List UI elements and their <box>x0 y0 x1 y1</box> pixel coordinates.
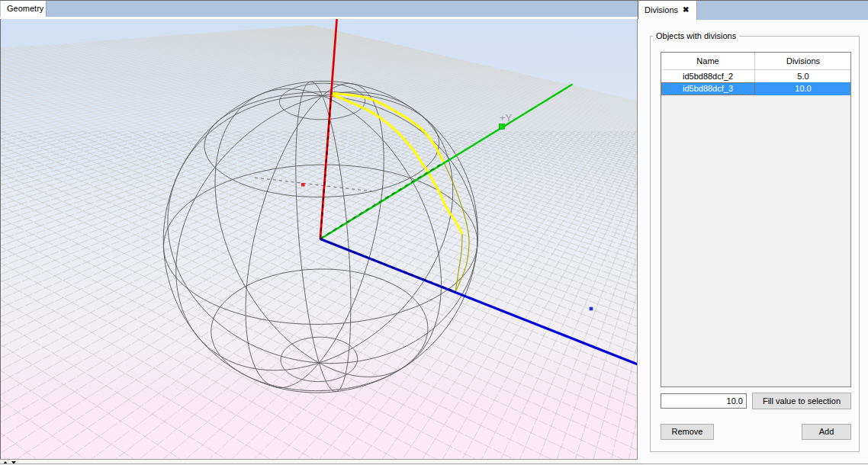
svg-text:+Y: +Y <box>500 112 513 123</box>
